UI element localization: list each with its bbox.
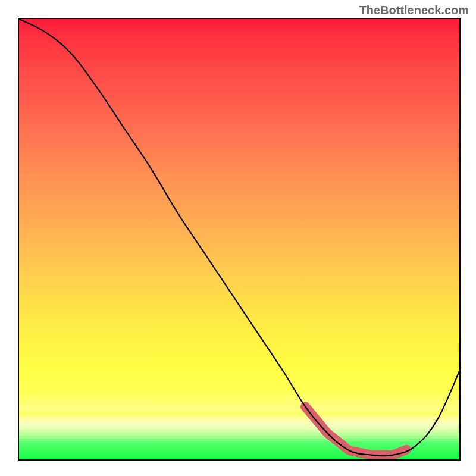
gradient-band-green <box>19 441 459 459</box>
gradient-band-main <box>19 19 459 411</box>
gradient-band-transition <box>19 411 459 442</box>
watermark-text: TheBottleneck.com <box>359 4 469 17</box>
chart-plot-area <box>18 18 461 461</box>
background-gradient <box>19 19 459 459</box>
